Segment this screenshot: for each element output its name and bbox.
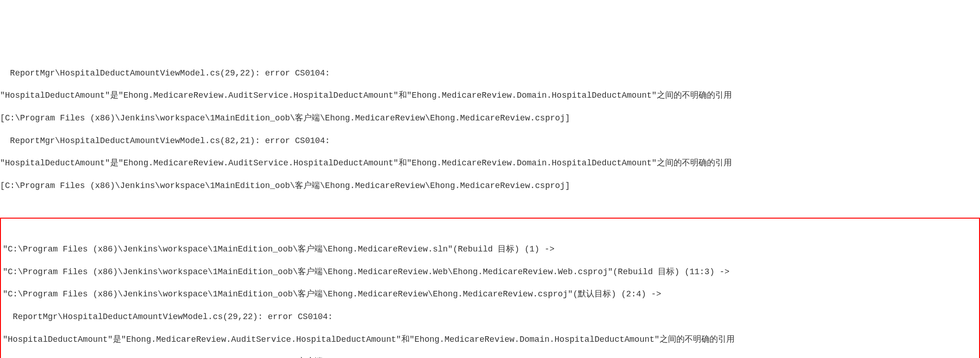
log-line: ReportMgr\HospitalDeductAmountViewModel.… bbox=[0, 68, 980, 79]
log-line: "HospitalDeductAmount"是"Ehong.MedicareRe… bbox=[0, 90, 980, 101]
log-line: "HospitalDeductAmount"是"Ehong.MedicareRe… bbox=[0, 157, 980, 169]
log-line: "C:\Program Files (x86)\Jenkins\workspac… bbox=[3, 289, 977, 300]
log-line: [C:\Program Files (x86)\Jenkins\workspac… bbox=[0, 180, 980, 191]
log-line: [C:\Program Files (x86)\Jenkins\workspac… bbox=[0, 113, 980, 124]
upper-error-section: ReportMgr\HospitalDeductAmountViewModel.… bbox=[0, 56, 980, 202]
build-log-output: ReportMgr\HospitalDeductAmountViewModel.… bbox=[0, 45, 980, 358]
highlighted-error-block: "C:\Program Files (x86)\Jenkins\workspac… bbox=[0, 218, 980, 358]
log-line: "C:\Program Files (x86)\Jenkins\workspac… bbox=[3, 266, 977, 277]
log-line: [C:\Program Files (x86)\Jenkins\workspac… bbox=[3, 356, 977, 358]
log-line: "C:\Program Files (x86)\Jenkins\workspac… bbox=[3, 244, 977, 255]
log-line: ReportMgr\HospitalDeductAmountViewModel.… bbox=[3, 311, 977, 322]
log-line: ReportMgr\HospitalDeductAmountViewModel.… bbox=[0, 135, 980, 146]
log-line: "HospitalDeductAmount"是"Ehong.MedicareRe… bbox=[3, 334, 977, 345]
